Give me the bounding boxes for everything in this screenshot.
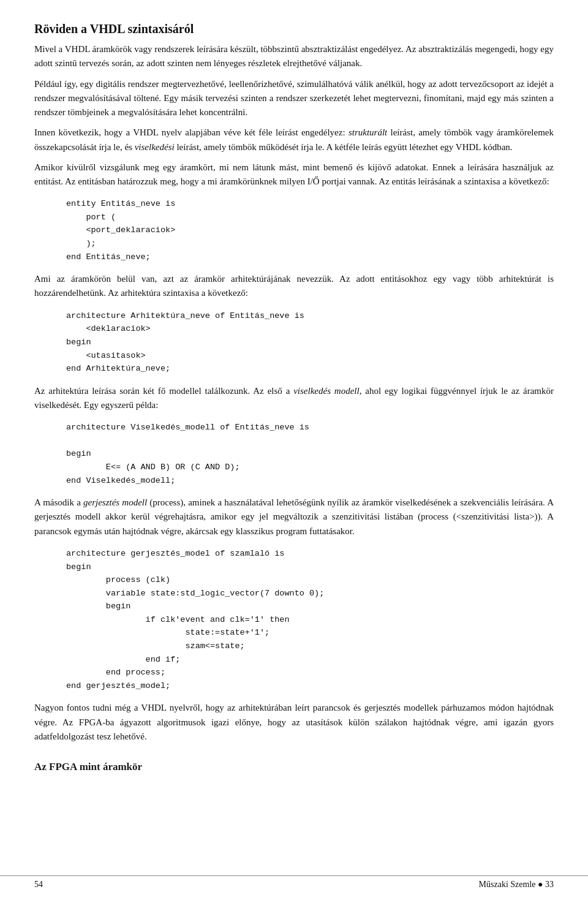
- code-gerjesztes: architecture gerjesztés_model of szamlal…: [66, 547, 554, 693]
- code-entity: entity Entitás_neve is port ( <port_dekl…: [66, 197, 554, 263]
- code-viselkedes: architecture Viselkedés_modell of Entitá…: [66, 421, 554, 487]
- paragraph-2: Például így, egy digitális rendszer megt…: [34, 77, 554, 120]
- paragraph-4: Amikor kívülről vizsgálunk meg egy áramk…: [34, 161, 554, 189]
- paragraph-1: Mivel a VHDL áramkörök vagy rendszerek l…: [34, 42, 554, 71]
- footer-journal-name: Műszaki Szemle ● 33: [479, 880, 554, 890]
- footer-page-number: 54: [34, 880, 43, 890]
- paragraph-6: Az arhitektúra leírása során két fő mode…: [34, 384, 554, 413]
- page-footer: 54 Műszaki Szemle ● 33: [0, 875, 588, 890]
- paragraph-7: A második a gerjesztés modell (process),…: [34, 496, 554, 538]
- heading-fpga: Az FPGA mint áramkör: [34, 761, 554, 773]
- code-architecture: architecture Arhitektúra_neve of Entitás…: [66, 309, 554, 376]
- paragraph-8: Nagyon fontos tudni még a VHDL nyelvről,…: [34, 701, 554, 744]
- page-title: Röviden a VHDL szintaxisáról: [34, 22, 554, 36]
- paragraph-3: Innen következik, hogy a VHDL nyelv alap…: [34, 126, 554, 154]
- page: Röviden a VHDL szintaxisáról Mivel a VHD…: [0, 0, 588, 903]
- paragraph-5: Ami az áramkörön belül van, azt az áramk…: [34, 272, 554, 301]
